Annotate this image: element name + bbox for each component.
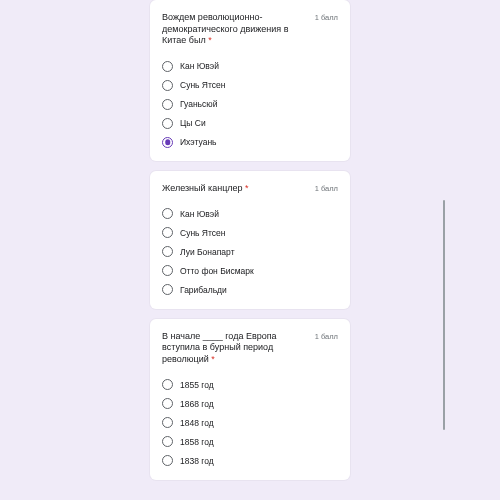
radio-option[interactable]: Сунь Ятсен <box>162 224 338 242</box>
question-text: Вождем революционно-демократического дви… <box>162 12 288 45</box>
radio-icon <box>162 227 173 238</box>
required-mark: * <box>208 35 212 45</box>
form-column: Вождем революционно-демократического дви… <box>150 0 350 500</box>
question-header: В начале ____ года Европа вступила в бур… <box>162 331 338 366</box>
question-title: В начале ____ года Европа вступила в бур… <box>162 331 307 366</box>
question-points: 1 балл <box>315 183 338 193</box>
radio-icon <box>162 455 173 466</box>
option-label: 1855 год <box>180 380 214 390</box>
radio-option[interactable]: Гарибальди <box>162 281 338 299</box>
scrollbar-thumb[interactable] <box>443 200 445 430</box>
question-points: 1 балл <box>315 12 338 22</box>
radio-option[interactable]: Сунь Ятсен <box>162 76 338 94</box>
option-label: Гарибальди <box>180 285 227 295</box>
option-label: 1838 год <box>180 456 214 466</box>
radio-icon <box>162 61 173 72</box>
radio-icon <box>162 80 173 91</box>
option-label: Цы Си <box>180 118 206 128</box>
radio-option[interactable]: Кан Ювэй <box>162 205 338 223</box>
radio-option[interactable]: 1858 год <box>162 433 338 451</box>
radio-option[interactable]: Ихэтуань <box>162 133 338 151</box>
question-card: Вождем революционно-демократического дви… <box>150 0 350 161</box>
radio-icon <box>162 284 173 295</box>
radio-option[interactable]: Отто фон Бисмарк <box>162 262 338 280</box>
option-label: Ихэтуань <box>180 137 217 147</box>
option-label: 1858 год <box>180 437 214 447</box>
question-header: Вождем революционно-демократического дви… <box>162 12 338 47</box>
radio-icon <box>162 379 173 390</box>
radio-icon <box>162 208 173 219</box>
radio-option[interactable]: 1838 год <box>162 452 338 470</box>
option-label: Кан Ювэй <box>180 61 219 71</box>
required-mark: * <box>211 354 215 364</box>
option-label: Сунь Ятсен <box>180 228 225 238</box>
radio-option[interactable]: Гуаньсюй <box>162 95 338 113</box>
options-list: 1855 год 1868 год 1848 год 1858 год 1838… <box>162 376 338 470</box>
radio-icon <box>162 417 173 428</box>
question-title: Вождем революционно-демократического дви… <box>162 12 307 47</box>
radio-icon <box>162 265 173 276</box>
radio-icon <box>162 246 173 257</box>
radio-option[interactable]: 1868 год <box>162 395 338 413</box>
radio-icon <box>162 137 173 148</box>
radio-option[interactable]: Кан Ювэй <box>162 57 338 75</box>
option-label: Гуаньсюй <box>180 99 217 109</box>
options-list: Кан Ювэй Сунь Ятсен Гуаньсюй Цы Си Ихэту… <box>162 57 338 151</box>
radio-option[interactable]: 1848 год <box>162 414 338 432</box>
question-points: 1 балл <box>315 331 338 341</box>
radio-icon <box>162 99 173 110</box>
option-label: 1848 год <box>180 418 214 428</box>
radio-option[interactable]: 1855 год <box>162 376 338 394</box>
radio-icon <box>162 436 173 447</box>
required-mark: * <box>245 183 249 193</box>
question-title: Железный канцлер * <box>162 183 307 195</box>
radio-option[interactable]: Луи Бонапарт <box>162 243 338 261</box>
question-card: Железный канцлер * 1 балл Кан Ювэй Сунь … <box>150 171 350 309</box>
option-label: Луи Бонапарт <box>180 247 235 257</box>
radio-option[interactable]: Цы Си <box>162 114 338 132</box>
option-label: Кан Ювэй <box>180 209 219 219</box>
options-list: Кан Ювэй Сунь Ятсен Луи Бонапарт Отто фо… <box>162 205 338 299</box>
question-text: В начале ____ года Европа вступила в бур… <box>162 331 277 364</box>
radio-icon <box>162 398 173 409</box>
question-text: Железный канцлер <box>162 183 243 193</box>
question-header: Железный канцлер * 1 балл <box>162 183 338 195</box>
option-label: Сунь Ятсен <box>180 80 225 90</box>
question-card: В начале ____ года Европа вступила в бур… <box>150 319 350 480</box>
radio-icon <box>162 118 173 129</box>
option-label: 1868 год <box>180 399 214 409</box>
option-label: Отто фон Бисмарк <box>180 266 254 276</box>
